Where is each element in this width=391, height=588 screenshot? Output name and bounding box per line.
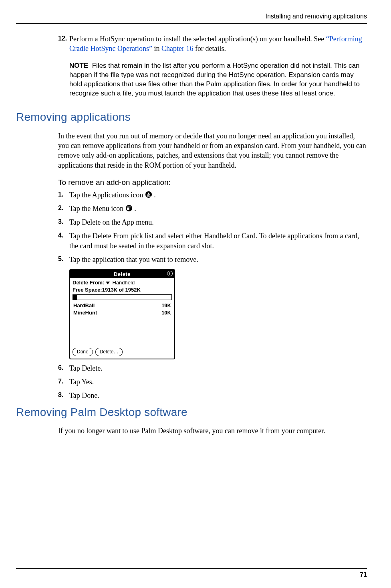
step-body: Tap Delete. bbox=[69, 363, 367, 373]
footer-rule bbox=[16, 568, 367, 569]
step-body: Tap the application that you want to rem… bbox=[69, 255, 367, 264]
step-number: 4. bbox=[58, 231, 69, 251]
step-3: 3. Tap Delete on the App menu. bbox=[58, 217, 367, 227]
step-body: Tap Delete on the App menu. bbox=[69, 217, 367, 227]
dialog-titlebar: Delete i bbox=[70, 270, 174, 278]
step-body: Perform a HotSync operation to install t… bbox=[69, 34, 367, 54]
removing-apps-intro: In the event that you run out of memory … bbox=[58, 131, 367, 170]
free-space-text: Free Space:1913K of 1952K bbox=[73, 286, 141, 294]
step-6: 6. Tap Delete. bbox=[58, 363, 367, 373]
step-7: 7. Tap Yes. bbox=[58, 377, 367, 387]
step-8: 8. Tap Done. bbox=[58, 391, 367, 400]
step-body: Tap the Menu icon . bbox=[69, 204, 367, 213]
remove-steps-continued: 6. Tap Delete. 7. Tap Yes. 8. Tap Done. bbox=[58, 363, 367, 401]
note-text: Files that remain in the list after you … bbox=[69, 62, 360, 97]
step-5: 5. Tap the application that you want to … bbox=[58, 255, 367, 264]
text: . bbox=[133, 205, 136, 213]
text: Perform a HotSync operation to install t… bbox=[69, 35, 326, 43]
install-steps-continued: 12. Perform a HotSync operation to insta… bbox=[58, 34, 367, 54]
svg-rect-1 bbox=[147, 196, 151, 197]
divider bbox=[73, 301, 172, 301]
step-4: 4. Tap the Delete From pick list and sel… bbox=[58, 231, 367, 251]
delete-from-picklist[interactable]: Handheld bbox=[112, 279, 135, 286]
step-12: 12. Perform a HotSync operation to insta… bbox=[58, 34, 367, 54]
picklist-arrow-icon[interactable] bbox=[106, 282, 110, 284]
step-number: 5. bbox=[58, 255, 69, 264]
free-space-bar bbox=[73, 294, 172, 300]
app-size: 19K bbox=[161, 302, 171, 309]
list-item[interactable]: MineHunt 10K bbox=[73, 309, 172, 316]
page-number: 71 bbox=[360, 570, 367, 579]
dialog-title: Delete bbox=[114, 271, 131, 278]
free-space-row: Free Space:1913K of 1952K bbox=[73, 286, 172, 294]
step-body: Tap the Delete From pick list and select… bbox=[69, 231, 367, 251]
app-name: MineHunt bbox=[73, 309, 97, 316]
subhead-remove-addon: To remove an add-on application: bbox=[58, 177, 367, 188]
note-label: NOTE bbox=[69, 62, 88, 69]
note-block: NOTE Files that remain in the list after… bbox=[69, 61, 367, 98]
done-button[interactable]: Done bbox=[73, 348, 93, 356]
delete-button[interactable]: Delete… bbox=[95, 348, 123, 356]
info-icon[interactable]: i bbox=[167, 271, 173, 276]
running-header: Installing and removing applications bbox=[16, 12, 367, 21]
step-body: Tap the Applications icon . bbox=[69, 190, 367, 200]
heading-removing-applications: Removing applications bbox=[16, 109, 367, 125]
step-2: 2. Tap the Menu icon . bbox=[58, 204, 367, 213]
step-number: 3. bbox=[58, 217, 69, 227]
header-rule bbox=[16, 23, 367, 24]
menu-icon bbox=[125, 205, 133, 212]
svg-rect-3 bbox=[127, 207, 131, 207]
app-size: 10K bbox=[161, 309, 171, 316]
step-number: 2. bbox=[58, 204, 69, 213]
app-name: HardBall bbox=[73, 302, 95, 309]
text: Tap the Menu icon bbox=[69, 205, 125, 213]
delete-from-row: Delete From: Handheld bbox=[73, 279, 172, 286]
text: in bbox=[152, 45, 161, 53]
text: Tap the Applications icon bbox=[69, 191, 145, 199]
removing-desktop-intro: If you no longer want to use Palm Deskto… bbox=[58, 426, 367, 436]
delete-dialog-screenshot: Delete i Delete From: Handheld Free Spac… bbox=[69, 269, 175, 359]
step-number: 6. bbox=[58, 363, 69, 373]
step-body: Tap Done. bbox=[69, 391, 367, 400]
list-item[interactable]: HardBall 19K bbox=[73, 302, 172, 309]
step-body: Tap Yes. bbox=[69, 377, 367, 387]
step-1: 1. Tap the Applications icon . bbox=[58, 190, 367, 200]
applications-icon bbox=[145, 191, 152, 198]
step-number: 8. bbox=[58, 391, 69, 400]
text: . bbox=[152, 191, 156, 199]
step-number: 7. bbox=[58, 377, 69, 387]
heading-removing-desktop: Removing Palm Desktop software bbox=[16, 405, 367, 420]
step-number: 12. bbox=[58, 34, 69, 54]
text: for details. bbox=[193, 45, 226, 53]
svg-rect-4 bbox=[127, 207, 129, 210]
remove-steps: 1. Tap the Applications icon . 2. Tap th… bbox=[58, 190, 367, 265]
app-list[interactable]: HardBall 19K MineHunt 10K bbox=[73, 302, 172, 346]
link-chapter-16[interactable]: Chapter 16 bbox=[161, 45, 193, 53]
step-number: 1. bbox=[58, 190, 69, 200]
delete-from-label: Delete From: bbox=[73, 279, 104, 286]
